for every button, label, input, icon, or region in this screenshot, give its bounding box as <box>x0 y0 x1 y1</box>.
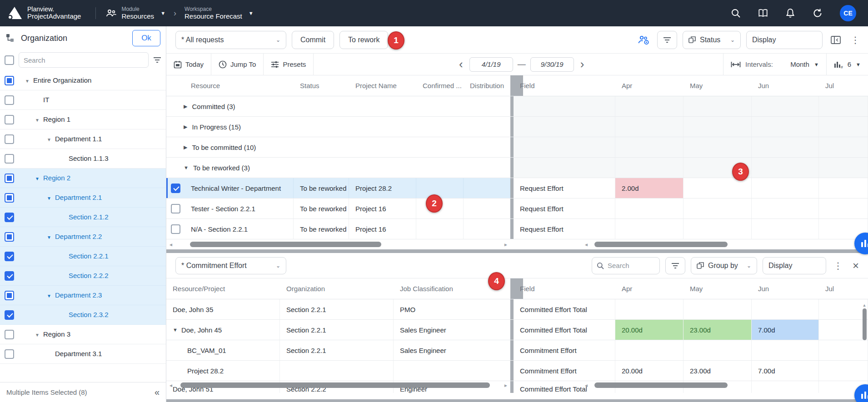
filter-icon[interactable] <box>153 57 161 63</box>
tree-item[interactable]: Section 2.3.2 <box>0 305 166 325</box>
tree-checkbox[interactable] <box>5 134 14 144</box>
bottom-display-button[interactable]: Display <box>763 257 826 274</box>
column-header[interactable]: May <box>683 75 752 96</box>
horizontal-scrollbar[interactable]: ◄► <box>166 382 510 388</box>
effort-cell[interactable] <box>752 299 819 319</box>
tree-checkbox[interactable] <box>5 349 14 359</box>
resource-settings-icon[interactable] <box>636 32 652 48</box>
end-date-input[interactable] <box>530 57 574 72</box>
help-book-icon[interactable] <box>758 8 768 18</box>
column-header[interactable]: Resource/Project <box>166 278 280 299</box>
tree-item[interactable]: ▼Region 2 <box>0 169 166 188</box>
column-header[interactable]: Project Name <box>349 75 416 96</box>
effort-cell[interactable]: 20.00d <box>615 320 683 340</box>
effort-cell[interactable] <box>615 219 683 239</box>
commitment-row[interactable]: Project 28.2 Commitment Effort 20.00d 23… <box>166 361 868 381</box>
column-header[interactable]: Status <box>294 75 349 96</box>
tree-checkbox[interactable] <box>5 115 14 124</box>
tree-checkbox[interactable] <box>5 252 14 261</box>
effort-cell[interactable] <box>819 178 868 198</box>
tree-checkbox[interactable] <box>5 174 14 183</box>
effort-cell[interactable] <box>752 219 819 239</box>
tree-item[interactable]: ▼Entire Organization <box>0 71 166 90</box>
group-row[interactable]: ▼To be reworked (3) <box>166 158 868 178</box>
module-switcher[interactable]: Module Resources ▼ <box>102 6 169 20</box>
expand-caret-icon[interactable]: ▼ <box>35 176 43 181</box>
tree-item[interactable]: ▼Region 1 <box>0 110 166 129</box>
column-header[interactable]: Jul <box>819 75 868 96</box>
commit-button[interactable]: Commit <box>292 31 334 49</box>
column-header[interactable]: Jul <box>819 278 868 299</box>
column-header[interactable]: Jun <box>752 75 819 96</box>
search-icon[interactable] <box>731 8 741 18</box>
effort-cell[interactable] <box>819 299 868 319</box>
bottom-search[interactable] <box>592 257 660 274</box>
org-search-input[interactable] <box>19 52 149 68</box>
collapse-panel-toggle-icon[interactable] <box>828 32 843 48</box>
effort-cell[interactable] <box>683 219 752 239</box>
expand-caret-icon[interactable]: ▼ <box>35 118 43 123</box>
request-row[interactable]: N/A - Section 2.2.1 To be reworked Proje… <box>166 219 868 239</box>
expand-caret-icon[interactable]: ▶ <box>184 124 187 130</box>
effort-cell[interactable] <box>615 199 683 218</box>
tree-checkbox[interactable] <box>5 193 14 203</box>
column-header[interactable]: Distribution <box>464 75 510 96</box>
intervals-count-select[interactable]: # 6 ▼ <box>826 54 868 75</box>
horizontal-scrollbar[interactable]: ◄ <box>514 382 868 388</box>
effort-cell[interactable] <box>683 178 752 198</box>
commitment-row[interactable]: Doe, John 35 Section 2.2.1 PMO Committed… <box>166 299 868 320</box>
column-header[interactable]: Field <box>514 278 615 299</box>
ok-button[interactable]: Ok <box>132 30 160 46</box>
request-row[interactable]: Tester - Section 2.2.1 To be reworked Pr… <box>166 199 868 219</box>
column-header[interactable]: Resource <box>185 75 294 96</box>
select-all-checkbox[interactable] <box>5 55 14 65</box>
more-options-icon[interactable]: ⋮ <box>832 260 844 271</box>
tree-item[interactable]: Department 3.1 <box>0 344 166 364</box>
column-header[interactable]: Confirmed ... <box>416 75 464 96</box>
today-button[interactable]: Today <box>166 54 211 75</box>
effort-cell[interactable] <box>752 199 819 218</box>
tree-item[interactable]: IT <box>0 90 166 110</box>
expand-caret-icon[interactable]: ▶ <box>184 144 187 150</box>
prev-period-icon[interactable]: ‹ <box>457 57 465 71</box>
group-row[interactable]: ▶In Progress (15) <box>166 117 868 137</box>
request-row[interactable]: Technical Writer - Department To be rewo… <box>166 178 868 199</box>
expand-caret-icon[interactable]: ▼ <box>173 327 178 333</box>
effort-cell[interactable] <box>615 340 683 360</box>
vertical-scrollbar[interactable]: ▲ <box>862 303 867 362</box>
expand-caret-icon[interactable]: ▼ <box>25 79 33 84</box>
commitment-row[interactable]: BC_VAM_01 Section 2.2.1 Sales Engineer C… <box>166 340 868 361</box>
group-by-select[interactable]: Group by⌄ <box>691 257 757 274</box>
column-header[interactable]: Organization <box>280 278 394 299</box>
start-date-input[interactable] <box>469 57 513 72</box>
effort-cell[interactable]: 7.00d <box>752 361 819 381</box>
tree-item[interactable]: ▼Department 1.1 <box>0 129 166 149</box>
horizontal-scrollbar[interactable]: ◄► <box>166 241 510 248</box>
presets-button[interactable]: Presets <box>264 54 314 75</box>
bottom-search-input[interactable] <box>608 262 653 269</box>
effort-cell[interactable] <box>819 199 868 218</box>
effort-cell[interactable]: 7.00d <box>752 320 819 340</box>
expand-caret-icon[interactable]: ▼ <box>47 137 55 142</box>
intervals-unit-select[interactable]: Intervals: Month ▼ <box>723 54 826 75</box>
effort-cell[interactable]: 23.00d <box>683 320 752 340</box>
effort-cell[interactable] <box>683 340 752 360</box>
collapse-panel-icon[interactable]: « <box>155 387 160 397</box>
more-options-icon[interactable]: ⋮ <box>849 35 862 45</box>
expand-caret-icon[interactable]: ▼ <box>184 165 189 170</box>
tree-item[interactable]: ▼Department 2.2 <box>0 227 166 247</box>
tree-item[interactable]: ▼Department 2.1 <box>0 188 166 208</box>
row-checkbox[interactable] <box>171 184 180 193</box>
tree-checkbox[interactable] <box>5 213 14 222</box>
panel-splitter[interactable] <box>166 249 868 253</box>
refresh-icon[interactable] <box>813 8 823 18</box>
effort-cell[interactable] <box>819 320 868 340</box>
tree-item[interactable]: Section 2.2.2 <box>0 266 166 286</box>
tree-checkbox[interactable] <box>5 271 14 281</box>
expand-caret-icon[interactable]: ▼ <box>35 333 43 337</box>
tree-checkbox[interactable] <box>5 330 14 339</box>
effort-cell[interactable] <box>819 340 868 360</box>
column-header[interactable]: Apr <box>615 278 683 299</box>
group-row[interactable]: ▶To be committed (10) <box>166 137 868 158</box>
status-groupby-select[interactable]: Status⌄ <box>683 31 741 49</box>
